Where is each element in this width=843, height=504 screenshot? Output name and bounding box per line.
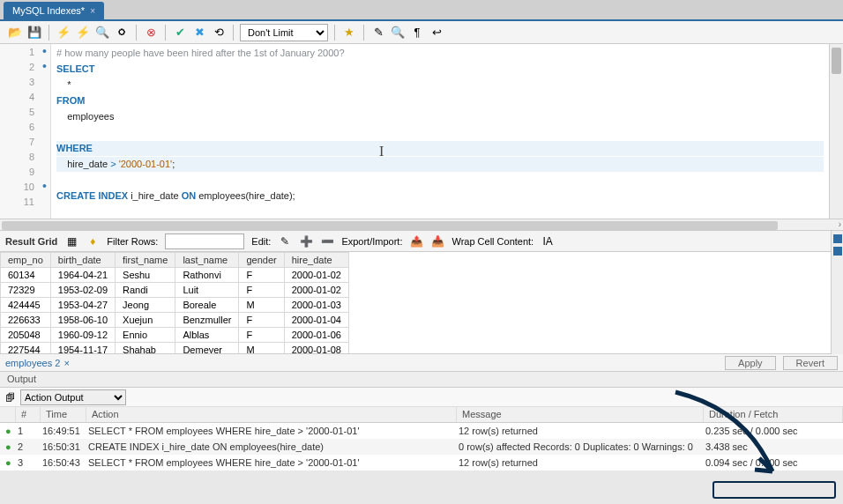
table-row[interactable]: 723291953-02-09RandiLuitF2000-01-02 [1, 283, 349, 298]
scroll-thumb[interactable] [832, 48, 841, 74]
close-icon[interactable]: × [90, 6, 95, 16]
cell[interactable]: 72329 [1, 283, 51, 298]
cell[interactable]: Jeong [116, 298, 175, 313]
cell[interactable]: 1954-11-17 [50, 343, 115, 355]
close-icon[interactable]: × [63, 358, 69, 368]
table-row[interactable]: 2050481960-09-12EnnioAlblasF2000-01-06 [1, 328, 349, 343]
row-action: CREATE INDEX i_hire_date ON employees(hi… [83, 441, 453, 452]
chevron-right-icon[interactable]: › [839, 219, 841, 229]
col-header[interactable]: last_name [175, 253, 239, 268]
table-row[interactable]: 601341964-04-21SeshuRathonviF2000-01-02 [1, 268, 349, 283]
cell[interactable]: 2000-01-06 [284, 328, 348, 343]
autocommit-off-icon[interactable]: ✖ [191, 25, 207, 41]
result-tab[interactable]: employees 2× [5, 358, 70, 368]
keyword: CREATE INDEX [56, 190, 128, 201]
action-output: ●116:49:51SELECT * FROM employees WHERE … [0, 423, 843, 471]
invisible-icon[interactable]: ¶ [409, 25, 425, 41]
cell[interactable]: Xuejun [116, 313, 175, 328]
editor-scrollbar[interactable] [829, 44, 843, 219]
action-row[interactable]: ●316:50:43SELECT * FROM employees WHERE … [0, 455, 843, 471]
cell[interactable]: F [239, 283, 284, 298]
find-icon[interactable]: ✎ [370, 25, 386, 41]
save-icon[interactable]: 💾 [26, 25, 42, 41]
transaction-icon[interactable]: ⟲ [211, 25, 227, 41]
cell[interactable]: Alblas [175, 328, 239, 343]
cell[interactable]: Demeyer [175, 343, 239, 355]
limit-select[interactable]: Don't Limit [240, 24, 328, 41]
commit-icon[interactable]: ⊗ [143, 25, 159, 41]
cell[interactable]: Benzmuller [175, 313, 239, 328]
execute-step-icon[interactable]: ⚡ [75, 25, 91, 41]
edit-icon[interactable]: ✎ [278, 234, 292, 248]
import-icon[interactable]: 📥 [430, 234, 444, 248]
cell[interactable]: F [239, 328, 284, 343]
clear-output-icon[interactable]: 🗐 [5, 392, 15, 403]
cell[interactable]: 424445 [1, 298, 51, 313]
explain-icon[interactable]: 🔍 [94, 25, 110, 41]
code-area[interactable]: # how many people have been hired after … [51, 44, 829, 219]
cell[interactable]: 2000-01-02 [284, 283, 348, 298]
col-header[interactable]: first_name [116, 253, 175, 268]
horizontal-scrollbar[interactable]: › [0, 219, 843, 231]
cell[interactable]: Seshu [116, 268, 175, 283]
line-number: 4 [0, 90, 50, 105]
separator [334, 25, 335, 41]
autocommit-on-icon[interactable]: ✔ [172, 25, 188, 41]
search-icon[interactable]: 🔍 [390, 25, 406, 41]
output-mode-select[interactable]: Action Output [20, 389, 126, 405]
action-row[interactable]: ●216:50:31CREATE INDEX i_hire_date ON em… [0, 439, 843, 455]
delete-row-icon[interactable]: ➖ [320, 234, 334, 248]
cell[interactable]: 2000-01-02 [284, 268, 348, 283]
col-header[interactable]: gender [239, 253, 284, 268]
result-grid[interactable]: emp_no birth_date first_name last_name g… [0, 252, 843, 354]
table-row[interactable]: 2275441954-11-17ShahabDemeyerM2000-01-08 [1, 343, 349, 355]
stop-icon[interactable]: ⭘ [114, 25, 130, 41]
revert-button[interactable]: Revert [783, 356, 838, 370]
wrap-toggle-icon[interactable]: IA [541, 234, 555, 248]
export-icon[interactable]: 📤 [409, 234, 423, 248]
cell[interactable]: Randi [116, 283, 175, 298]
code-text: hire_date [56, 159, 110, 169]
table-row[interactable]: 4244451953-04-27JeongBorealeM2000-01-03 [1, 298, 349, 313]
cell[interactable]: 60134 [1, 268, 51, 283]
filter-icon[interactable]: ♦ [86, 234, 100, 248]
line-number: 8 [0, 150, 50, 165]
cell[interactable]: 205048 [1, 328, 51, 343]
cell[interactable]: Boreale [175, 298, 239, 313]
col-header[interactable]: hire_date [284, 253, 348, 268]
cell[interactable]: Luit [175, 283, 239, 298]
cell[interactable]: 2000-01-04 [284, 313, 348, 328]
cell[interactable]: F [239, 268, 284, 283]
open-icon[interactable]: 📂 [7, 25, 23, 41]
table-row[interactable]: 2266331958-06-10XuejunBenzmullerF2000-01… [1, 313, 349, 328]
filter-input[interactable] [165, 233, 244, 249]
cell[interactable]: 2000-01-08 [284, 343, 348, 355]
col-header[interactable]: emp_no [1, 253, 51, 268]
apply-button[interactable]: Apply [725, 356, 776, 370]
cell[interactable]: M [239, 343, 284, 355]
beautify-icon[interactable]: ★ [341, 25, 357, 41]
wrap-icon[interactable]: ↩ [429, 25, 444, 41]
cell[interactable]: 2000-01-03 [284, 298, 348, 313]
add-row-icon[interactable]: ➕ [299, 234, 313, 248]
result-toolbar: Result Grid ▦ ♦ Filter Rows: Edit: ✎ ➕ ➖… [0, 231, 843, 252]
cell[interactable]: 1953-04-27 [50, 298, 115, 313]
cell[interactable]: 1964-04-21 [50, 268, 115, 283]
cell[interactable]: 1953-02-09 [50, 283, 115, 298]
cell[interactable]: F [239, 313, 284, 328]
scroll-thumb[interactable] [2, 221, 778, 230]
cell[interactable]: 226633 [1, 313, 51, 328]
execute-icon[interactable]: ⚡ [56, 25, 71, 41]
file-tab[interactable]: MySQL Indexes* × [4, 2, 104, 19]
grid-view-icon[interactable]: ▦ [64, 234, 78, 248]
cell[interactable]: M [239, 298, 284, 313]
cell[interactable]: Shahab [116, 343, 175, 355]
cell[interactable]: 1960-09-12 [50, 328, 115, 343]
sql-editor[interactable]: 1 2 3 4 5 6 7 8 9 10 11 # how many peopl… [0, 44, 843, 219]
cell[interactable]: Ennio [116, 328, 175, 343]
col-header[interactable]: birth_date [50, 253, 115, 268]
action-row[interactable]: ●116:49:51SELECT * FROM employees WHERE … [0, 423, 843, 439]
cell[interactable]: 227544 [1, 343, 51, 355]
cell[interactable]: 1958-06-10 [50, 313, 115, 328]
cell[interactable]: Rathonvi [175, 268, 239, 283]
